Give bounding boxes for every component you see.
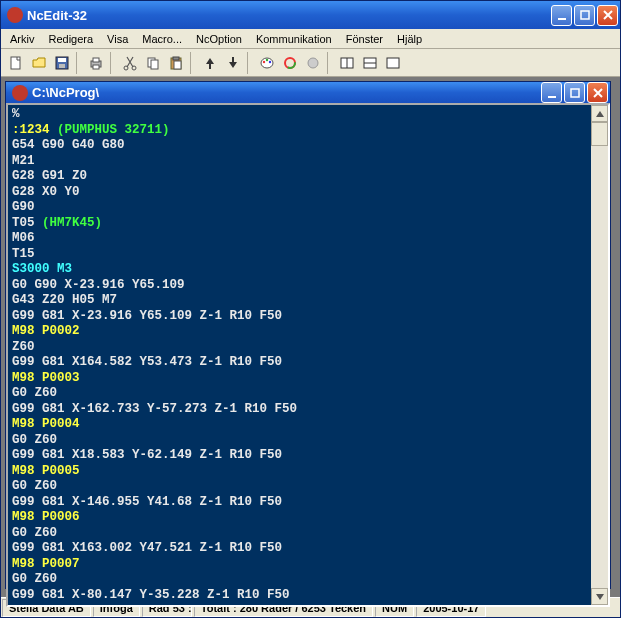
code-line: % xyxy=(12,107,587,123)
code-line: M98 P0007 xyxy=(12,557,587,573)
svg-point-10 xyxy=(132,66,136,70)
code-line: G28 G91 Z0 xyxy=(12,169,587,185)
svg-rect-27 xyxy=(387,58,399,68)
code-line: G99 G81 X18.583 Y-62.149 Z-1 R10 F50 xyxy=(12,448,587,464)
doc-titlebar[interactable]: C:\NcProg\ xyxy=(6,82,610,103)
print-icon[interactable] xyxy=(85,52,107,74)
menu-hjalp[interactable]: Hjälp xyxy=(390,31,429,47)
color-ring-icon[interactable] xyxy=(279,52,301,74)
maximize-button[interactable] xyxy=(574,5,595,26)
code-line: G99 G81 X-146.955 Y41.68 Z-1 R10 F50 xyxy=(12,495,587,511)
menu-kommunikation[interactable]: Kommunikation xyxy=(249,31,339,47)
open-file-icon[interactable] xyxy=(28,52,50,74)
code-line: M98 P0006 xyxy=(12,510,587,526)
code-line: G54 G90 G40 G80 xyxy=(12,138,587,154)
code-line: G90 xyxy=(12,200,587,216)
main-window: NcEdit-32 Arkiv Redigera Visa Macro... N… xyxy=(0,0,621,618)
svg-point-9 xyxy=(124,66,128,70)
code-line: M06 xyxy=(12,231,587,247)
code-line: :1234 (PUMPHUS 32711) xyxy=(12,123,587,139)
doc-icon xyxy=(12,85,28,101)
menu-redigera[interactable]: Redigera xyxy=(41,31,100,47)
code-line: G99 G81 X-162.733 Y-57.273 Z-1 R10 F50 xyxy=(12,402,587,418)
save-file-icon[interactable] xyxy=(51,52,73,74)
menubar: Arkiv Redigera Visa Macro... NcOption Ko… xyxy=(1,29,620,49)
code-line: G0 Z60 xyxy=(12,526,587,542)
disabled-circle-icon[interactable] xyxy=(302,52,324,74)
code-line: S3000 M3 xyxy=(12,262,587,278)
arrow-down-icon[interactable] xyxy=(222,52,244,74)
code-line: T05 (HM7K45) xyxy=(12,216,587,232)
code-line: G0 Z60 xyxy=(12,479,587,495)
svg-rect-4 xyxy=(58,58,66,62)
code-line: G0 Z60 xyxy=(12,433,587,449)
menu-visa[interactable]: Visa xyxy=(100,31,135,47)
layout-single-icon[interactable] xyxy=(382,52,404,74)
vertical-scrollbar[interactable] xyxy=(591,105,608,605)
scroll-track[interactable] xyxy=(591,122,608,588)
layout-split-h-icon[interactable] xyxy=(336,52,358,74)
code-line: G0 Z60 xyxy=(12,386,587,402)
svg-rect-8 xyxy=(93,65,99,69)
code-line: G43 Z20 H05 M7 xyxy=(12,293,587,309)
code-line: M98 P0005 xyxy=(12,464,587,480)
scroll-thumb[interactable] xyxy=(591,122,608,146)
svg-rect-29 xyxy=(571,89,579,97)
doc-minimize-button[interactable] xyxy=(541,82,562,103)
svg-rect-15 xyxy=(174,61,181,69)
code-line: M21 xyxy=(12,154,587,170)
app-title: NcEdit-32 xyxy=(27,8,551,23)
scroll-down-icon[interactable] xyxy=(591,588,608,605)
palette-icon[interactable] xyxy=(256,52,278,74)
code-line: G99 G81 X-80.147 Y-35.228 Z-1 R10 F50 xyxy=(12,588,587,604)
svg-point-18 xyxy=(266,58,268,60)
arrow-up-icon[interactable] xyxy=(199,52,221,74)
svg-rect-14 xyxy=(173,57,179,60)
scroll-up-icon[interactable] xyxy=(591,105,608,122)
app-titlebar[interactable]: NcEdit-32 xyxy=(1,1,620,29)
toolbar xyxy=(1,49,620,77)
menu-arkiv[interactable]: Arkiv xyxy=(3,31,41,47)
doc-close-button[interactable] xyxy=(587,82,608,103)
window-buttons xyxy=(551,5,618,26)
svg-point-19 xyxy=(269,60,271,62)
paste-icon[interactable] xyxy=(165,52,187,74)
svg-rect-12 xyxy=(151,60,158,69)
copy-icon[interactable] xyxy=(142,52,164,74)
svg-rect-7 xyxy=(93,58,99,62)
document-window: C:\NcProg\ %:1234 (PUMPHUS 32711)G54 G90… xyxy=(5,81,611,589)
menu-fonster[interactable]: Fönster xyxy=(339,31,390,47)
code-line: G99 G81 X-23.916 Y65.109 Z-1 R10 F50 xyxy=(12,309,587,325)
cut-icon[interactable] xyxy=(119,52,141,74)
doc-title: C:\NcProg\ xyxy=(32,85,541,100)
menu-ncoption[interactable]: NcOption xyxy=(189,31,249,47)
layout-split-v-icon[interactable] xyxy=(359,52,381,74)
doc-window-buttons xyxy=(541,82,608,103)
code-line: M98 P0004 xyxy=(12,417,587,433)
code-editor[interactable]: %:1234 (PUMPHUS 32711)G54 G90 G40 G80M21… xyxy=(8,105,591,605)
doc-maximize-button[interactable] xyxy=(564,82,585,103)
code-line: M98 P0003 xyxy=(12,371,587,387)
new-file-icon[interactable] xyxy=(5,52,27,74)
code-line: M98 P0002 xyxy=(12,324,587,340)
menu-macro[interactable]: Macro... xyxy=(135,31,189,47)
svg-rect-5 xyxy=(59,64,65,68)
svg-point-22 xyxy=(308,58,318,68)
svg-rect-0 xyxy=(558,18,566,20)
code-line: G28 X0 Y0 xyxy=(12,185,587,201)
minimize-button[interactable] xyxy=(551,5,572,26)
svg-point-17 xyxy=(263,60,265,62)
code-line: G0 Z60 xyxy=(12,572,587,588)
mdi-area: C:\NcProg\ %:1234 (PUMPHUS 32711)G54 G90… xyxy=(1,77,620,597)
svg-rect-1 xyxy=(581,11,589,19)
svg-rect-28 xyxy=(548,96,556,98)
code-line: G99 G81 X163.002 Y47.521 Z-1 R10 F50 xyxy=(12,541,587,557)
code-line: G99 G81 X164.582 Y53.473 Z-1 R10 F50 xyxy=(12,355,587,371)
close-button[interactable] xyxy=(597,5,618,26)
editor-container: %:1234 (PUMPHUS 32711)G54 G90 G40 G80M21… xyxy=(6,103,610,607)
code-line: T15 xyxy=(12,247,587,263)
code-line: G0 G90 X-23.916 Y65.109 xyxy=(12,278,587,294)
code-line: Z60 xyxy=(12,340,587,356)
app-icon xyxy=(7,7,23,23)
svg-rect-2 xyxy=(11,57,20,69)
